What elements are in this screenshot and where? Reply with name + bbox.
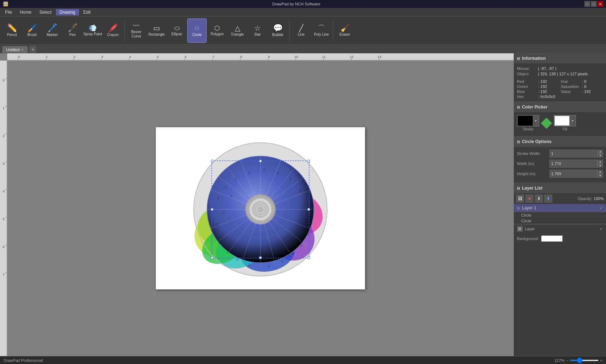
- layer-sub-item-circle2[interactable]: Circle: [514, 218, 606, 224]
- title-icon: 🖼️: [3, 1, 8, 6]
- layer-visibility-icon[interactable]: ✓: [600, 205, 603, 210]
- menu-item-drawing[interactable]: Drawing: [56, 9, 79, 15]
- stroke-width-down[interactable]: ▼: [597, 154, 603, 157]
- hex-label: Hex: [517, 94, 537, 99]
- tabbar: Untitled ✕ +: [0, 45, 606, 53]
- mouse-label: Mouse:: [517, 66, 535, 71]
- layer-list-header[interactable]: ⊟ Layer List: [514, 183, 606, 193]
- color-picker-title: Color Picker: [522, 105, 548, 110]
- svg-text:♪: ♪: [289, 176, 292, 182]
- width-down[interactable]: ▼: [597, 164, 603, 168]
- stroke-arrow[interactable]: ▼: [533, 116, 539, 126]
- layer-add-image-button[interactable]: 🖼: [516, 195, 524, 203]
- canvas-area[interactable]: 0 1 2 3 4 5 6 7 8 9 10: [0, 53, 514, 356]
- stroke-color-button[interactable]: ▼: [517, 115, 539, 126]
- layer-move-up-button[interactable]: ⬆: [544, 195, 552, 203]
- tool-triangle[interactable]: △ Triangle: [228, 18, 247, 43]
- canvas-viewport[interactable]: ♪ ♩ ♫ ♪ ♩ ♫ ♪ ♩ ♫ ♪ ♩ ♫ ♪ ♩ ♫: [7, 61, 514, 356]
- width-up[interactable]: ▲: [597, 160, 603, 164]
- svg-text:♩: ♩: [303, 200, 306, 206]
- circle-options-collapse-icon: ⊟: [517, 140, 520, 144]
- tab-close-icon[interactable]: ✕: [21, 48, 24, 52]
- information-header[interactable]: ⊟ Information: [514, 53, 606, 63]
- tool-pencil[interactable]: ✏️ Pencil: [2, 18, 22, 43]
- svg-text:11: 11: [322, 55, 326, 59]
- layer-sub-item-circle1[interactable]: Circle: [514, 212, 606, 218]
- line-label: Line: [298, 32, 305, 37]
- menu-item-edit[interactable]: Edit: [80, 9, 95, 15]
- tool-crayon[interactable]: 🖍️ Crayon: [103, 18, 123, 43]
- fill-color-button[interactable]: ▼: [554, 115, 576, 126]
- svg-text:5: 5: [3, 217, 4, 221]
- tool-spray[interactable]: 💨 Spray Paint: [83, 18, 102, 43]
- tool-marker[interactable]: 🖊️ Marker: [43, 18, 62, 43]
- svg-text:♪: ♪: [217, 195, 220, 200]
- zoom-value: 127%: [554, 358, 565, 363]
- fill-swatch: [554, 116, 570, 126]
- layer-move-down-button[interactable]: ⬇: [535, 195, 543, 203]
- tool-star[interactable]: ☆ Star: [248, 18, 267, 43]
- height-down[interactable]: ▼: [597, 174, 603, 178]
- menu-item-select[interactable]: Select: [36, 9, 55, 15]
- ellipse-icon: ⬭: [174, 25, 180, 31]
- value-label: Value: [561, 89, 581, 94]
- tab-untitled[interactable]: Untitled ✕: [2, 46, 28, 53]
- value-value: : 192: [582, 89, 591, 94]
- add-layer-row[interactable]: ⊞ Layer ✓: [514, 224, 606, 233]
- tool-line[interactable]: ╱ Line: [291, 18, 311, 43]
- tool-rectangle[interactable]: ▭ Rectangle: [147, 18, 166, 43]
- minimize-button[interactable]: ─: [584, 1, 590, 7]
- tool-circle[interactable]: ○ Circle: [187, 18, 207, 43]
- swap-colors-button[interactable]: [541, 117, 552, 129]
- stroke-width-up[interactable]: ▲: [597, 150, 603, 154]
- svg-rect-0: [7, 53, 514, 61]
- height-input[interactable]: [549, 170, 597, 178]
- svg-text:♫: ♫: [224, 184, 228, 190]
- zoom-slider[interactable]: [570, 360, 599, 361]
- blue-label: Blue: [517, 89, 537, 94]
- menu-item-home[interactable]: Home: [16, 9, 35, 15]
- polygon-label: Polygon: [211, 32, 224, 36]
- zoom-minus-icon[interactable]: −: [566, 358, 568, 363]
- stroke-width-input[interactable]: [549, 150, 597, 157]
- tool-eraser[interactable]: 🧹 Eraser: [335, 18, 355, 43]
- statusbar: DrawPad Professional 127% − +: [0, 356, 606, 364]
- svg-rect-121: [308, 160, 310, 162]
- layer-list-collapse-icon: ⊟: [517, 186, 520, 190]
- tool-polyline[interactable]: ⌒ Poly Line: [312, 18, 331, 43]
- svg-text:10: 10: [294, 55, 298, 59]
- maximize-button[interactable]: □: [591, 1, 597, 7]
- tool-polygon[interactable]: ⬡ Polygon: [207, 18, 227, 43]
- tool-bubble[interactable]: 💬 Bubble: [268, 18, 287, 43]
- width-input[interactable]: [549, 160, 597, 168]
- fill-arrow[interactable]: ▼: [570, 116, 575, 126]
- tool-bezier[interactable]: 〰 Bezier Curve: [127, 18, 146, 43]
- layer-name: Layer 1: [522, 205, 597, 210]
- rectangle-icon: ▭: [153, 25, 160, 32]
- svg-text:7: 7: [212, 55, 214, 59]
- tool-pen[interactable]: 🖋️ Pen: [63, 18, 82, 43]
- tool-brush[interactable]: 🖌️ Brush: [22, 18, 42, 43]
- brush-label: Brush: [27, 33, 37, 37]
- blue-value: : 192: [538, 89, 547, 94]
- background-color-button[interactable]: [541, 235, 563, 242]
- information-body: Mouse: ( -97, -87 ) Object: ( 320, 138 )…: [514, 63, 606, 102]
- color-picker-header[interactable]: ⊟ Color Picker: [514, 102, 606, 112]
- triangle-icon: △: [235, 25, 240, 32]
- layer-delete-button[interactable]: ✕: [526, 195, 533, 203]
- add-layer-button[interactable]: ⊞: [517, 226, 523, 232]
- red-row: Red : 192: [517, 79, 559, 84]
- tool-ellipse[interactable]: ⬭ Ellipse: [167, 18, 186, 43]
- menu-item-file[interactable]: File: [1, 9, 16, 15]
- mouse-value: ( -97, -87 ): [538, 66, 556, 71]
- layer-item[interactable]: ⊟ Layer 1 ✓: [514, 204, 606, 212]
- height-up[interactable]: ▲: [597, 170, 603, 174]
- ruler-h-svg: 0 1 2 3 4 5 6 7 8 9 10: [7, 53, 514, 61]
- stroke-swatch: [518, 116, 533, 126]
- tab-add-button[interactable]: +: [29, 46, 36, 53]
- polygon-icon: ⬡: [214, 25, 220, 31]
- close-button[interactable]: ✕: [597, 1, 603, 7]
- circle-options-header[interactable]: ⊟ Circle Options: [514, 137, 606, 147]
- zoom-plus-icon[interactable]: +: [600, 358, 602, 363]
- svg-text:13: 13: [378, 55, 381, 59]
